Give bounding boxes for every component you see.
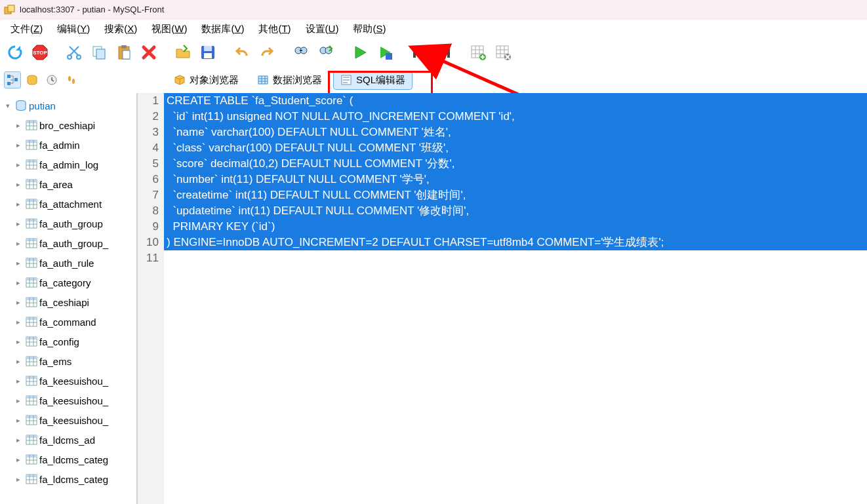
code-line[interactable]: `createtime` int(11) DEFAULT NULL COMMEN… (164, 187, 867, 203)
tree-table-node[interactable]: ▸fa_command (0, 312, 136, 332)
chevron-right-icon[interactable]: ▸ (13, 436, 24, 444)
menu-settings[interactable]: 设置(U) (300, 21, 344, 37)
svg-rect-27 (14, 78, 18, 81)
chevron-right-icon[interactable]: ▸ (13, 298, 24, 307)
svg-rect-71 (26, 455, 37, 457)
table-icon (25, 178, 38, 190)
refresh-icon[interactable] (4, 41, 26, 64)
window-title: localhost:3307 - putian - MySQL-Front (20, 5, 164, 14)
chevron-right-icon[interactable]: ▸ (13, 416, 24, 425)
tree-table-node[interactable]: ▸fa_admin (0, 135, 136, 155)
code-line[interactable]: CREATE TABLE `fa_Student_score` ( (164, 93, 867, 109)
chevron-right-icon[interactable]: ▸ (13, 220, 24, 228)
tree-table-node[interactable]: ▸fa_ceshiapi (0, 292, 136, 312)
tree-table-node[interactable]: ▸fa_attachment (0, 194, 136, 214)
tree-table-node[interactable]: ▸fa_auth_group_ (0, 233, 136, 253)
tree-table-node[interactable]: ▸fa_config (0, 332, 136, 351)
replace-icon[interactable] (315, 41, 337, 64)
chevron-right-icon[interactable]: ▸ (13, 475, 24, 484)
menu-help[interactable]: 帮助(S) (348, 21, 391, 37)
tree-table-node[interactable]: ▸bro_ceshiapi (0, 115, 136, 135)
tree-db-node[interactable]: ▾ putian (0, 96, 136, 115)
grid-remove-icon[interactable] (492, 41, 514, 64)
run-selection-icon[interactable] (374, 41, 396, 64)
tree-table-node[interactable]: ▸fa_ldcms_ad (0, 430, 136, 450)
svg-rect-25 (7, 75, 10, 78)
cut-icon[interactable] (63, 41, 85, 64)
code-line[interactable]: ) ENGINE=InnoDB AUTO_INCREMENT=2 DEFAULT… (164, 235, 867, 250)
chevron-right-icon[interactable]: ▸ (13, 357, 24, 366)
chevron-right-icon[interactable]: ▸ (13, 180, 24, 189)
table-label: fa_keesuishou_ (39, 376, 108, 387)
tab-data-browser[interactable]: 数据浏览器 (250, 71, 329, 90)
database-tree[interactable]: ▾ putian ▸bro_ceshiapi▸fa_admin▸fa_admin… (0, 93, 138, 504)
sql-code-area[interactable]: CREATE TABLE `fa_Student_score` ( `id` i… (164, 93, 867, 504)
chevron-right-icon[interactable]: ▸ (13, 279, 24, 287)
tree-table-node[interactable]: ▸fa_ems (0, 351, 136, 371)
code-line[interactable]: `class` varchar(100) DEFAULT NULL COMMEN… (164, 140, 867, 156)
svg-rect-10 (123, 50, 130, 59)
tree-table-node[interactable]: ▸fa_category (0, 273, 136, 292)
table-icon (25, 375, 38, 387)
chevron-right-icon[interactable]: ▸ (13, 338, 24, 346)
first-icon[interactable] (408, 41, 430, 64)
chevron-right-icon[interactable]: ▸ (13, 456, 24, 464)
stop-icon[interactable]: STOP (29, 41, 51, 64)
code-line[interactable]: `updatetime` int(11) DEFAULT NULL COMMEN… (164, 203, 867, 219)
chevron-right-icon[interactable]: ▸ (13, 318, 24, 326)
history-icon[interactable] (43, 71, 60, 88)
find-icon[interactable] (290, 41, 312, 64)
tab-object-browser[interactable]: 对象浏览器 (167, 71, 246, 90)
svg-rect-18 (386, 53, 392, 60)
chevron-right-icon[interactable]: ▸ (13, 161, 24, 169)
tree-table-node[interactable]: ▸fa_auth_rule (0, 253, 136, 273)
copy-icon[interactable] (88, 41, 110, 64)
view-toolbar: 对象浏览器 数据浏览器 SQL编辑器 (0, 67, 867, 93)
sql-editor[interactable]: 1234567891011 CREATE TABLE `fa_Student_s… (138, 93, 867, 504)
chevron-down-icon[interactable]: ▾ (3, 102, 13, 110)
code-line[interactable]: `number` int(11) DEFAULT NULL COMMENT '学… (164, 172, 867, 187)
svg-point-31 (72, 79, 75, 84)
chevron-right-icon[interactable]: ▸ (13, 121, 24, 130)
chevron-right-icon[interactable]: ▸ (13, 141, 24, 149)
tree-view-icon[interactable] (4, 71, 21, 88)
menu-view[interactable]: 视图(W) (146, 21, 192, 37)
last-icon[interactable] (433, 41, 455, 64)
chevron-right-icon[interactable]: ▸ (13, 397, 24, 405)
tree-table-node[interactable]: ▸fa_ldcms_categ (0, 450, 136, 469)
code-line[interactable]: PRIMARY KEY (`id`) (164, 219, 867, 235)
bookmark-icon[interactable] (24, 71, 41, 88)
save-icon[interactable] (197, 41, 219, 64)
run-icon[interactable] (349, 41, 371, 64)
grid-add-icon[interactable] (467, 41, 489, 64)
tree-table-node[interactable]: ▸fa_keesuishou_ (0, 371, 136, 391)
menu-search[interactable]: 搜索(X) (99, 21, 142, 37)
paste-icon[interactable] (113, 41, 135, 64)
menu-edit[interactable]: 编辑(Y) (52, 21, 95, 37)
tree-table-node[interactable]: ▸fa_ldcms_categ (0, 469, 136, 489)
tree-table-node[interactable]: ▸fa_keesuishou_ (0, 391, 136, 410)
undo-icon[interactable] (231, 41, 253, 64)
menu-other[interactable]: 其他(T) (253, 21, 296, 37)
tree-table-node[interactable]: ▸fa_admin_log (0, 155, 136, 174)
footprints-icon[interactable] (63, 71, 80, 88)
delete-icon[interactable] (138, 41, 160, 64)
code-line[interactable] (164, 250, 867, 266)
tree-table-node[interactable]: ▸fa_auth_group (0, 214, 136, 233)
tab-sql-editor[interactable]: SQL编辑器 (333, 71, 413, 90)
code-line[interactable]: `score` decimal(10,2) DEFAULT NULL COMME… (164, 156, 867, 172)
table-label: fa_keesuishou_ (39, 415, 108, 426)
chevron-right-icon[interactable]: ▸ (13, 239, 24, 248)
table-label: fa_attachment (39, 199, 102, 210)
tree-table-node[interactable]: ▸fa_keesuishou_ (0, 410, 136, 430)
redo-icon[interactable] (256, 41, 278, 64)
menu-file[interactable]: 文件(Z) (5, 21, 48, 37)
chevron-right-icon[interactable]: ▸ (13, 259, 24, 267)
code-line[interactable]: `name` varchar(100) DEFAULT NULL COMMENT… (164, 125, 867, 140)
tree-table-node[interactable]: ▸fa_area (0, 174, 136, 194)
chevron-right-icon[interactable]: ▸ (13, 200, 24, 208)
open-icon[interactable] (172, 41, 194, 64)
code-line[interactable]: `id` int(11) unsigned NOT NULL AUTO_INCR… (164, 109, 867, 125)
chevron-right-icon[interactable]: ▸ (13, 377, 24, 385)
menu-database[interactable]: 数据库(V) (196, 21, 249, 37)
